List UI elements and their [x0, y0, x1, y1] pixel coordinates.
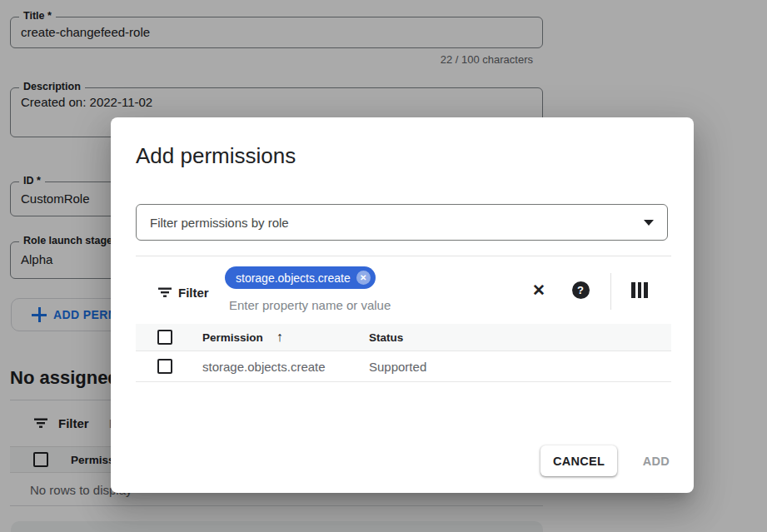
clear-filters-icon[interactable]: ✕ — [529, 280, 549, 300]
filter-by-role-dropdown[interactable]: Filter permissions by role — [136, 204, 668, 241]
filter-icon — [157, 285, 172, 300]
row-checkbox[interactable] — [157, 359, 172, 374]
help-icon[interactable]: ? — [570, 280, 590, 300]
filter-label: Filter — [178, 286, 209, 300]
permissions-filter-toolbar: Filter storage.objects.create ✕ Enter pr… — [136, 256, 671, 324]
chip-remove-icon[interactable]: ✕ — [356, 271, 371, 285]
create-role-page: Title * create-changefeed-role 22 / 100 … — [0, 0, 767, 532]
filter-group: Filter — [157, 285, 209, 300]
table-row[interactable]: storage.objects.create Supported — [136, 351, 671, 382]
add-button[interactable]: ADD — [635, 445, 677, 476]
permission-column-header[interactable]: Permission↑ — [202, 330, 283, 345]
filter-chip-label: storage.objects.create — [236, 271, 351, 285]
chevron-down-icon — [644, 220, 654, 226]
toolbar-divider — [610, 273, 611, 310]
column-display-options-icon[interactable] — [630, 280, 650, 300]
filter-by-role-placeholder: Filter permissions by role — [150, 216, 644, 230]
cancel-button[interactable]: CANCEL — [540, 445, 617, 476]
permissions-table-header: Permission↑ Status — [136, 324, 671, 351]
row-status-cell: Supported — [369, 360, 426, 374]
row-permission-cell: storage.objects.create — [202, 360, 326, 374]
add-permissions-dialog: Add permissions Filter permissions by ro… — [111, 117, 694, 493]
status-column-header: Status — [369, 331, 403, 344]
select-all-checkbox[interactable] — [157, 330, 172, 345]
filter-chip-storage-objects-create[interactable]: storage.objects.create ✕ — [225, 266, 376, 289]
filter-input-placeholder[interactable]: Enter property name or value — [229, 298, 391, 312]
permissions-table: Permission↑ Status storage.objects.creat… — [136, 324, 671, 382]
sort-ascending-icon: ↑ — [276, 330, 283, 344]
dialog-title: Add permissions — [136, 143, 296, 169]
